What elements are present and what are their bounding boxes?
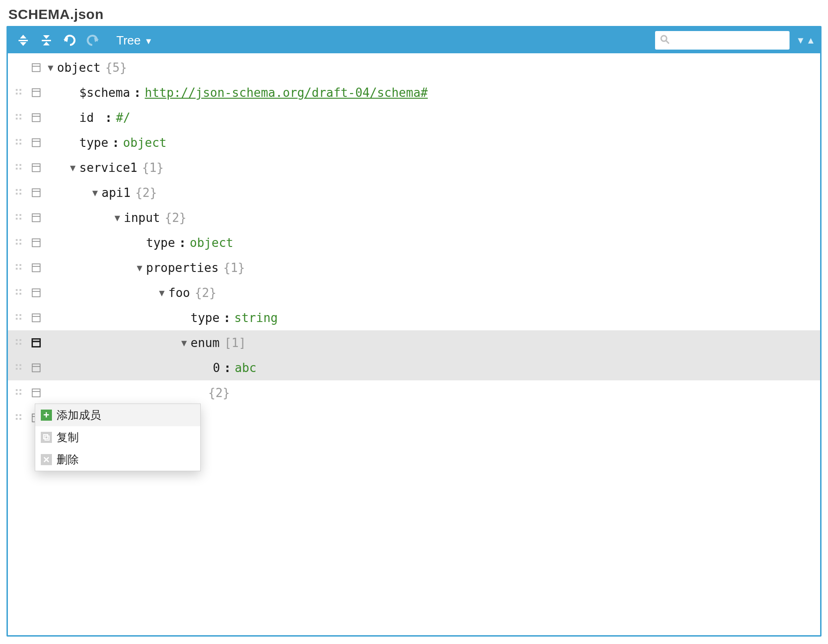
separator: : xyxy=(179,236,186,250)
svg-rect-17 xyxy=(19,89,21,91)
svg-rect-26 xyxy=(32,114,40,122)
node-key[interactable]: object xyxy=(57,61,101,75)
row-menu-button[interactable] xyxy=(31,313,41,323)
context-menu: +添加成员复制删除 xyxy=(35,404,201,471)
drag-handle-icon[interactable] xyxy=(14,288,25,298)
node-value-link[interactable]: http://json-schema.org/draft-04/schema# xyxy=(145,86,427,100)
search-prev-button[interactable]: ▲ xyxy=(806,36,815,45)
row-menu-button[interactable] xyxy=(31,238,41,248)
caret-down-icon[interactable]: ▼ xyxy=(44,62,57,73)
svg-rect-18 xyxy=(16,93,18,95)
svg-rect-70 xyxy=(16,314,18,316)
node-key[interactable]: input xyxy=(124,211,160,225)
node-key[interactable]: id xyxy=(79,111,101,125)
search-next-button[interactable]: ▼ xyxy=(796,36,805,45)
svg-rect-43 xyxy=(19,193,21,195)
row-menu-button[interactable] xyxy=(31,113,41,123)
node-key[interactable]: type xyxy=(191,311,220,325)
redo-button[interactable] xyxy=(82,30,103,51)
caret-down-icon[interactable]: ▼ xyxy=(155,287,168,298)
toolbar: Tree ▼ ▼ ▲ xyxy=(8,27,820,53)
drag-handle-icon[interactable] xyxy=(14,388,25,398)
drag-handle-icon[interactable] xyxy=(14,138,25,148)
tree-row[interactable]: ▼id:#/ xyxy=(8,105,820,130)
collapse-icon xyxy=(40,34,53,47)
drag-handle-icon[interactable] xyxy=(14,238,25,248)
node-key[interactable]: properties xyxy=(146,261,219,275)
tree-row[interactable]: ▼foo{2} xyxy=(8,280,820,305)
search-input[interactable] xyxy=(655,31,790,50)
row-menu-button[interactable] xyxy=(31,388,41,398)
svg-rect-49 xyxy=(19,218,21,220)
drag-handle-icon[interactable] xyxy=(14,163,25,173)
drag-handle-icon[interactable] xyxy=(14,263,25,273)
caret-down-icon[interactable]: ▼ xyxy=(111,212,124,223)
row-menu-button[interactable] xyxy=(31,63,41,73)
node-key[interactable]: foo xyxy=(168,286,190,300)
context-menu-item[interactable]: 删除 xyxy=(35,448,200,471)
node-meta: {2} xyxy=(195,286,217,300)
editor-frame: Tree ▼ ▼ ▲ ▼object{5}▼$schema:http://jso… xyxy=(6,26,822,637)
close-icon xyxy=(41,454,52,465)
tree-row[interactable]: ▼0:abc xyxy=(8,355,820,380)
mode-dropdown[interactable]: Tree ▼ xyxy=(113,32,156,50)
tree-area[interactable]: ▼object{5}▼$schema:http://json-schema.or… xyxy=(8,53,820,635)
caret-down-icon[interactable]: ▼ xyxy=(133,262,146,273)
drag-handle-icon[interactable] xyxy=(14,88,25,98)
caret-down-icon[interactable]: ▼ xyxy=(178,337,191,348)
node-value[interactable]: string xyxy=(234,311,278,325)
svg-rect-58 xyxy=(16,264,18,266)
row-menu-button[interactable] xyxy=(31,338,41,348)
svg-rect-64 xyxy=(16,289,18,291)
tree-row[interactable]: ▼type:string xyxy=(8,305,820,330)
node-key[interactable]: type xyxy=(79,136,108,150)
node-key[interactable]: type xyxy=(146,236,175,250)
svg-rect-73 xyxy=(19,318,21,320)
node-key[interactable]: service1 xyxy=(79,161,137,175)
tree-row[interactable]: ▼type:object xyxy=(8,230,820,255)
node-key[interactable]: 0 xyxy=(213,361,220,375)
tree-row[interactable]: ▼type:object xyxy=(8,130,820,155)
node-value[interactable]: object xyxy=(123,136,166,150)
row-menu-button[interactable] xyxy=(31,288,41,298)
node-value[interactable]: abc xyxy=(235,361,256,375)
drag-handle-icon[interactable] xyxy=(14,113,25,123)
drag-handle-icon[interactable] xyxy=(14,188,25,198)
node-key[interactable]: enum xyxy=(191,336,220,350)
svg-marker-5 xyxy=(43,42,50,45)
tree-row[interactable]: ▼service1{1} xyxy=(8,155,820,180)
tree-row[interactable]: ▼{2} xyxy=(8,380,820,405)
caret-down-icon[interactable]: ▼ xyxy=(66,162,79,173)
collapse-all-button[interactable] xyxy=(36,30,57,51)
row-menu-button[interactable] xyxy=(31,138,41,148)
row-menu-button[interactable] xyxy=(31,163,41,173)
tree-row[interactable]: ▼$schema:http://json-schema.org/draft-04… xyxy=(8,80,820,105)
tree-row[interactable]: ▼enum[1] xyxy=(8,330,820,355)
drag-handle-icon[interactable] xyxy=(14,413,25,423)
row-menu-button[interactable] xyxy=(31,188,41,198)
drag-handle-icon[interactable] xyxy=(14,338,25,348)
row-menu-button[interactable] xyxy=(31,88,41,98)
caret-down-icon[interactable]: ▼ xyxy=(89,187,102,198)
node-value[interactable]: #/ xyxy=(116,111,130,125)
svg-rect-28 xyxy=(16,139,18,141)
node-key[interactable]: api1 xyxy=(102,186,131,200)
context-menu-item[interactable]: 复制 xyxy=(35,426,200,448)
expand-all-button[interactable] xyxy=(13,30,34,51)
drag-handle-icon[interactable] xyxy=(14,213,25,223)
tree-row[interactable]: ▼api1{2} xyxy=(8,180,820,205)
tree-row[interactable]: ▼input{2} xyxy=(8,205,820,230)
drag-handle-icon[interactable] xyxy=(14,313,25,323)
tree-row[interactable]: ▼object{5} xyxy=(8,55,820,80)
undo-button[interactable] xyxy=(59,30,80,51)
node-key[interactable]: $schema xyxy=(79,86,130,100)
row-menu-button[interactable] xyxy=(31,363,41,373)
node-value[interactable]: object xyxy=(190,236,233,250)
tree-row[interactable]: ▼properties{1} xyxy=(8,255,820,280)
copy-icon xyxy=(41,432,52,443)
row-menu-button[interactable] xyxy=(31,263,41,273)
drag-handle-icon[interactable] xyxy=(14,363,25,373)
row-menu-button[interactable] xyxy=(31,213,41,223)
svg-rect-54 xyxy=(16,243,18,245)
context-menu-item[interactable]: +添加成员 xyxy=(35,404,200,426)
